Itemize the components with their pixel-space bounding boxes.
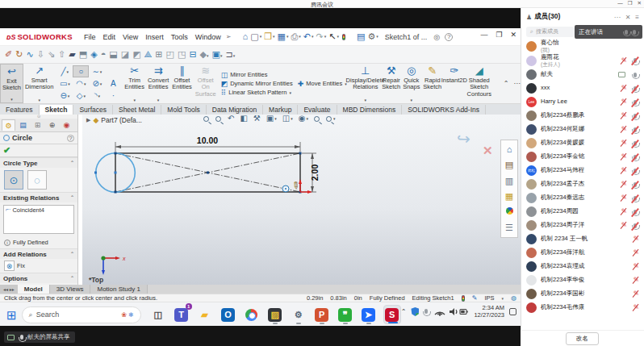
mic-off-icon[interactable]	[631, 127, 639, 132]
meeting-close-button[interactable]: ✕	[638, 0, 642, 6]
annotation-off-icon[interactable]: ✎	[621, 208, 627, 215]
taskbar-app-icon[interactable]: T 1	[173, 305, 190, 324]
dropdown-arrow-icon[interactable]: ▾	[38, 98, 40, 103]
taskbar-app-icon[interactable]: ▰	[196, 305, 214, 324]
defender-shield-icon[interactable]	[411, 307, 419, 316]
member-search-input[interactable]: ⌕ 搜索成员	[526, 27, 575, 37]
member-row[interactable]: 机制 2234 王一帆 ✎	[521, 232, 644, 246]
command-tab[interactable]: MBD Dimensions	[337, 105, 403, 115]
menu-item[interactable]: Edit	[102, 33, 115, 41]
relations-listbox[interactable]: ⌐· Coincident4	[3, 205, 74, 234]
feature-toolbar-icon[interactable]: ◪	[121, 50, 129, 59]
task-pane-icon[interactable]: ▥	[505, 177, 513, 186]
taskbar-app-icon[interactable]: ◫	[149, 305, 167, 324]
mirror-entities-button[interactable]: ◫ Mirror Entities	[221, 71, 293, 79]
qat-button[interactable]: ❒ ▾	[264, 32, 274, 41]
feature-toolbar-icon[interactable]: ◳	[178, 50, 186, 59]
quick-snaps-button[interactable]: ◎ Quick Snaps ▾	[402, 64, 421, 103]
member-row[interactable]: 机制2234毛伟康 ✎	[521, 301, 644, 315]
annotation-off-icon[interactable]: ✎	[621, 57, 627, 65]
sketch-entity-button[interactable]: ⊖▾	[56, 90, 73, 102]
more-icon[interactable]: ⋯	[513, 80, 520, 87]
dimension-width[interactable]: 10.00	[197, 135, 218, 145]
feature-toolbar-icon[interactable]: ✐	[5, 50, 12, 59]
annotation-off-icon[interactable]: ✎	[621, 194, 627, 202]
annotation-off-icon[interactable]: ✎	[621, 140, 627, 147]
member-row[interactable]: 机制2234周园 ✎	[521, 205, 644, 219]
instant2d-button[interactable]: ✑ Instant2D	[442, 64, 466, 103]
menu-item[interactable]: File	[84, 33, 96, 41]
mic-off-icon[interactable]	[631, 196, 639, 201]
sketch-entity-button[interactable]	[105, 65, 121, 77]
feature-toolbar-icon[interactable]: ◓	[101, 50, 107, 59]
task-pane-icon[interactable]: ☰	[505, 223, 513, 232]
feature-toolbar-icon[interactable]: ⇘	[48, 50, 55, 59]
move-entities-button[interactable]: ✚ Move Entities ▾	[298, 80, 347, 88]
tray-overflow-icon[interactable]: ⌃	[401, 308, 407, 315]
menu-item[interactable]: Insert	[145, 33, 164, 41]
member-row[interactable]: 鹿雨花 (主持人) ✎	[521, 53, 644, 68]
manager-tab[interactable]: ⚙	[2, 119, 15, 131]
graphics-viewport[interactable]: ▶ ◆ Part7 (Defa... ↶	[82, 115, 521, 285]
annotation-off-icon[interactable]: ✎	[621, 181, 627, 188]
qat-button[interactable]: ⚙ ▾	[367, 32, 378, 41]
qat-button[interactable]: ↷ ▾	[316, 32, 327, 41]
user-account-icon[interactable]: ◎	[433, 33, 440, 41]
fix-relation-button[interactable]: ⊗ Fix	[4, 261, 73, 271]
dropdown-arrow-icon[interactable]: ▾	[286, 35, 289, 39]
command-tab[interactable]: Mold Tools	[161, 105, 206, 115]
qat-button[interactable]: ▦ ▾	[278, 32, 289, 41]
qat-button[interactable]: ↶ ▾	[303, 32, 314, 41]
panel-handle-icon[interactable]: ≡	[635, 14, 639, 21]
rename-button[interactable]: 改名	[566, 332, 599, 345]
command-tab[interactable]: SOLIDWORKS Add-Ins	[402, 105, 486, 115]
command-tab[interactable]: Surfaces	[73, 105, 113, 115]
repair-sketch-button[interactable]: ⚒ Repair Sketch	[381, 64, 402, 103]
qat-button[interactable]: ▤	[357, 32, 365, 41]
notification-center-icon[interactable]	[509, 308, 516, 315]
manager-tab[interactable]: ▤	[16, 119, 30, 131]
mic-off-icon[interactable]	[631, 86, 639, 91]
taskbar-app-icon[interactable]: P	[313, 305, 331, 324]
menu-item[interactable]: Tools	[171, 33, 188, 41]
taskbar-app-icon[interactable]: O	[220, 305, 237, 324]
mic-off-icon[interactable]	[631, 169, 639, 173]
smart-dimension-button[interactable]: ↗ Smart Dimension ▾	[23, 64, 55, 103]
feature-toolbar-icon[interactable]: ◩	[132, 50, 140, 59]
section-add-relations[interactable]: Add Relations⌃	[0, 248, 77, 259]
dropdown-arrow-icon[interactable]: ▾	[376, 35, 378, 39]
mic-on-icon[interactable]	[631, 73, 639, 77]
member-row[interactable]: 机制2234李国彬 ✎	[521, 287, 644, 301]
feature-toolbar-icon[interactable]: ⊟	[189, 50, 196, 59]
member-row[interactable]: 机制2234孟子杰 ✎	[521, 177, 644, 191]
exit-sketch-button[interactable]: ↩ Exit Sketch ▾	[0, 64, 23, 103]
feature-toolbar-icon[interactable]: ◈	[90, 50, 97, 59]
member-row[interactable]: xxx ✎	[521, 81, 644, 95]
command-tab[interactable]: Features	[0, 105, 40, 115]
linear-pattern-button[interactable]: ⠿ Linear Sketch Pattern ▾	[221, 89, 293, 97]
member-row[interactable]: 賽心怡 (我) ✎	[521, 39, 644, 53]
dropdown-arrow-icon[interactable]: ▾	[273, 35, 275, 39]
feature-toolbar-icon[interactable]: ⬒	[79, 50, 87, 59]
qat-button[interactable]: ↖ ▾	[328, 32, 339, 41]
panel-more-button[interactable]: ⋯	[614, 14, 621, 21]
task-pane-icon[interactable]: ⌂	[507, 145, 512, 154]
dropdown-arrow-icon[interactable]: ▾	[157, 98, 160, 103]
manager-tab[interactable]: ⊕	[45, 119, 59, 131]
annotation-off-icon[interactable]: ✎	[633, 277, 639, 284]
qat-button[interactable]: ⌂	[243, 32, 249, 41]
collapse-ribbon-icon[interactable]: ⌃	[504, 80, 509, 87]
feature-toolbar-icon[interactable]: ↻	[15, 50, 23, 59]
feature-toolbar-icon[interactable]: ⟁	[144, 50, 153, 59]
taskbar-clock[interactable]: 2:34 AM 12/27/2023	[474, 304, 504, 319]
member-row[interactable]: 机制2234李华俊 ✎	[521, 273, 644, 287]
feature-toolbar-icon[interactable]: ▰	[69, 50, 75, 59]
tab-scroll-arrows[interactable]: ◂◂ ▸▸	[0, 285, 18, 294]
member-row[interactable]: 机制2234何延娜 ✎	[521, 123, 644, 136]
dropdown-arrow-icon[interactable]: ▾	[337, 35, 339, 39]
feature-toolbar-icon[interactable]: ⇧	[58, 50, 65, 59]
command-tab[interactable]: Data Migration	[207, 105, 263, 115]
dropdown-arrow-icon[interactable]: ▾	[411, 98, 413, 103]
annotation-off-icon[interactable]: ✎	[633, 290, 639, 298]
trim-entities-button[interactable]: ✂ Trim Entities ▾	[123, 64, 146, 103]
